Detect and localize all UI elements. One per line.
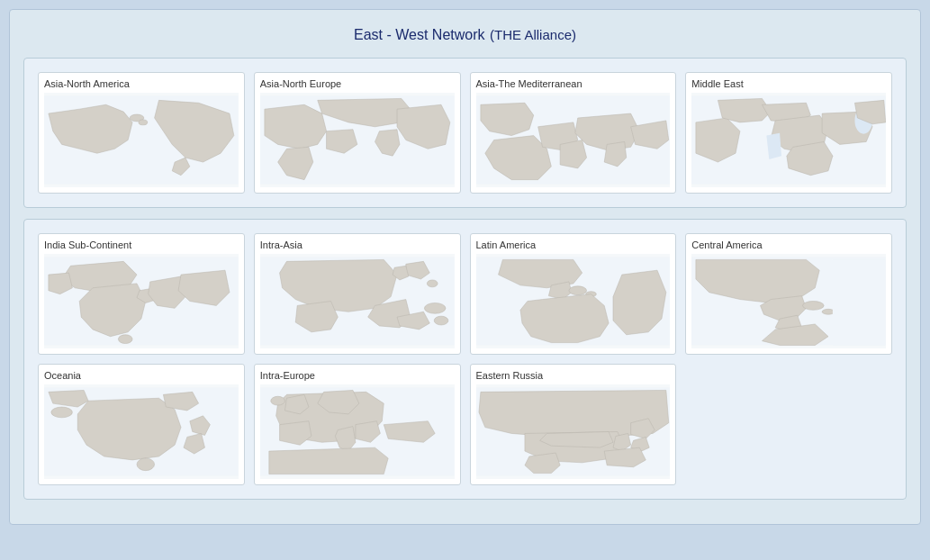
label-oceania: Oceania xyxy=(44,370,239,381)
card-empty xyxy=(685,364,892,485)
map-eastern-russia xyxy=(476,384,671,479)
card-asia-north-america[interactable]: Asia-North America xyxy=(38,72,245,194)
svg-point-18 xyxy=(822,309,835,314)
card-oceania[interactable]: Oceania xyxy=(38,364,245,485)
map-latin-america xyxy=(476,254,671,348)
card-intra-asia[interactable]: Intra-Asia xyxy=(254,233,461,355)
section-other-routes: India Sub-Continent xyxy=(23,219,907,500)
svg-point-20 xyxy=(137,458,155,471)
svg-asia-na xyxy=(44,93,239,187)
section2-row1: India Sub-Continent xyxy=(38,233,892,355)
svg-point-11 xyxy=(434,316,448,325)
label-central-america: Central America xyxy=(691,239,886,250)
label-latin-america: Latin America xyxy=(476,239,671,250)
svg-point-23 xyxy=(271,396,285,405)
svg-asia-med xyxy=(476,93,671,187)
svg-point-2 xyxy=(139,120,148,125)
page-container: East - West Network (THE Alliance) Asia-… xyxy=(9,9,921,525)
title-text: East - West Network xyxy=(354,27,485,42)
svg-eastern-russia xyxy=(476,384,671,479)
label-eastern-russia: Eastern Russia xyxy=(476,370,671,381)
svg-asia-ne xyxy=(260,93,455,187)
section-east-west: Asia-North America xyxy=(23,58,907,208)
svg-point-21 xyxy=(51,407,73,418)
svg-point-8 xyxy=(118,335,132,344)
card-middle-east[interactable]: Middle East xyxy=(685,72,892,194)
map-intra-europe xyxy=(260,384,455,479)
map-asia-north-america xyxy=(44,93,239,187)
map-intra-asia xyxy=(260,254,455,348)
page-title: East - West Network (THE Alliance) xyxy=(23,23,907,44)
map-middle-east xyxy=(691,93,886,187)
label-intra-europe: Intra-Europe xyxy=(260,370,455,381)
card-india-sub-continent[interactable]: India Sub-Continent xyxy=(38,233,245,355)
svg-oceania xyxy=(44,384,239,479)
card-asia-mediterranean[interactable]: Asia-The Mediterranean xyxy=(470,72,677,194)
subtitle-text: (THE Alliance) xyxy=(490,27,576,42)
map-asia-north-europe xyxy=(260,93,455,187)
section2-row2: Oceania xyxy=(38,364,892,485)
svg-intra-europe xyxy=(260,384,455,479)
map-asia-mediterranean xyxy=(476,93,671,187)
card-latin-america[interactable]: Latin America xyxy=(470,233,677,355)
label-asia-north-america: Asia-North America xyxy=(44,78,239,89)
svg-point-14 xyxy=(568,286,586,295)
map-india xyxy=(44,254,239,348)
card-central-america[interactable]: Central America xyxy=(685,233,892,355)
section1-grid: Asia-North America xyxy=(38,72,892,194)
card-asia-north-europe[interactable]: Asia-North Europe xyxy=(254,72,461,194)
label-asia-mediterranean: Asia-The Mediterranean xyxy=(476,78,671,89)
svg-middle-east xyxy=(691,93,886,187)
card-intra-europe[interactable]: Intra-Europe xyxy=(254,364,461,485)
svg-india xyxy=(44,254,239,348)
svg-intra-asia xyxy=(260,254,455,348)
label-asia-north-europe: Asia-North Europe xyxy=(260,78,455,89)
label-india-sub-continent: India Sub-Continent xyxy=(44,239,239,250)
svg-latin-america xyxy=(476,254,671,348)
map-oceania xyxy=(44,384,239,479)
svg-point-17 xyxy=(803,302,825,311)
card-eastern-russia[interactable]: Eastern Russia xyxy=(470,364,677,485)
svg-central-america xyxy=(691,254,886,348)
svg-point-10 xyxy=(424,303,446,313)
svg-point-12 xyxy=(427,280,438,287)
map-central-america xyxy=(691,254,886,348)
label-middle-east: Middle East xyxy=(691,78,886,89)
label-intra-asia: Intra-Asia xyxy=(260,239,455,250)
